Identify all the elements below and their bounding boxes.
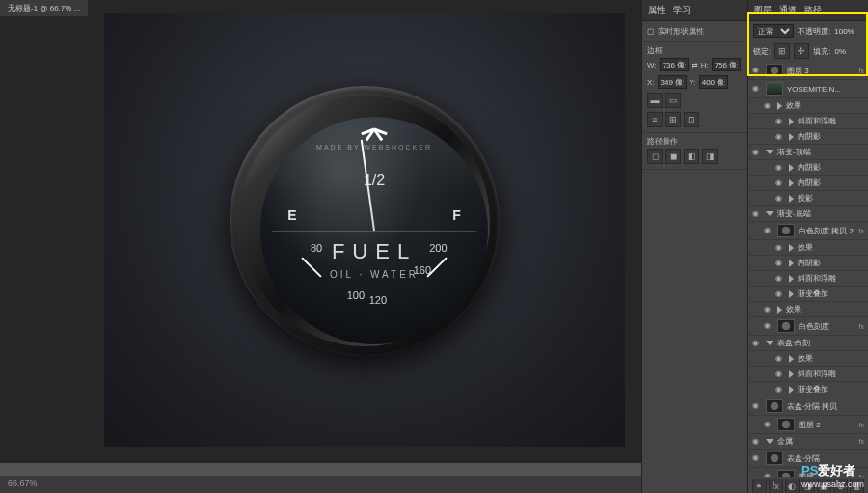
effect-arrow-icon <box>789 164 794 172</box>
layers-panel[interactable]: 图层 通道 路径 正常 不透明度: 100% 锁定: ⊞ ✢ 填充: 0% 图层… <box>747 0 868 493</box>
layer-item[interactable]: 内阴影 <box>748 176 868 191</box>
visibility-icon[interactable] <box>775 194 785 204</box>
folder-arrow-icon[interactable] <box>766 341 773 345</box>
layer-name: 表盘·白刻 <box>777 338 810 348</box>
align2-icon[interactable]: ⊞ <box>665 112 681 127</box>
layer-item[interactable]: 斜面和浮雕 <box>748 114 868 129</box>
tab-channels[interactable]: 通道 <box>779 4 797 16</box>
visibility-icon[interactable] <box>775 259 785 268</box>
tab-paths[interactable]: 路径 <box>804 4 822 16</box>
fx-badge[interactable]: fx <box>859 228 864 234</box>
canvas[interactable]: MADE BY WEBSHOCKER 1/2 E F FUEL OIL · WA… <box>104 13 625 447</box>
layer-item[interactable]: 白色刻度 拷贝 2fx <box>748 222 868 240</box>
visibility-icon[interactable] <box>775 178 785 188</box>
visibility-icon[interactable] <box>752 401 762 411</box>
visibility-icon[interactable] <box>775 354 785 364</box>
layer-item[interactable]: 金属fx <box>748 434 868 450</box>
visibility-icon[interactable] <box>764 420 773 429</box>
visibility-icon[interactable] <box>764 321 773 331</box>
right-panels: 属性 学习 ▢实时形状属性 边框 W:⇄H: X:Y: ▬▭ ≡⊞⊡ 路径操作 … <box>641 0 868 493</box>
layer-item[interactable]: 内阴影 <box>748 256 868 271</box>
layers-tabs[interactable]: 图层 通道 路径 <box>748 0 868 21</box>
visibility-icon[interactable] <box>764 226 773 235</box>
layer-item[interactable]: 图层 3fx <box>748 62 868 80</box>
width-input[interactable] <box>660 58 689 71</box>
fx-badge[interactable]: fx <box>859 68 864 74</box>
pathop2-icon[interactable]: ◼ <box>665 149 681 164</box>
fx-badge[interactable]: fx <box>859 323 864 330</box>
layer-item[interactable]: 图层 2fx <box>748 416 868 434</box>
layer-item[interactable]: 斜面和浮雕 <box>748 367 868 382</box>
pathop-label: 路径操作 <box>647 136 743 147</box>
visibility-icon[interactable] <box>775 243 785 253</box>
lock-pixels-icon[interactable]: ⊞ <box>774 43 790 59</box>
folder-arrow-icon[interactable] <box>766 211 773 216</box>
height-input[interactable] <box>712 58 741 71</box>
layer-item[interactable]: YOSEMITE N... <box>748 80 868 98</box>
layer-item[interactable]: 效果 <box>748 351 868 367</box>
layer-item[interactable]: 内阴影 <box>748 129 868 145</box>
visibility-icon[interactable] <box>775 274 785 284</box>
visibility-icon[interactable] <box>752 453 762 463</box>
visibility-icon[interactable] <box>775 163 785 173</box>
layer-item[interactable]: 斜面和浮雕 <box>748 271 868 287</box>
layer-item[interactable]: 投影 <box>748 191 868 206</box>
layer-item[interactable]: 效果 <box>748 98 868 114</box>
stroke-icon[interactable]: ▬ <box>647 93 663 108</box>
pathop1-icon[interactable]: ◻ <box>647 149 663 164</box>
pathop4-icon[interactable]: ◨ <box>702 149 718 164</box>
layer-item[interactable]: 渐变叠加 <box>748 287 868 302</box>
layer-item[interactable]: 效果 <box>748 302 868 317</box>
layer-name: 渐变-底端 <box>777 208 811 219</box>
layer-item[interactable]: 效果 <box>748 240 868 256</box>
layer-item[interactable]: 内阴影 <box>748 160 868 176</box>
align-icon[interactable]: ≡ <box>647 112 663 127</box>
layer-item[interactable]: 渐变-底端 <box>748 206 868 222</box>
visibility-icon[interactable] <box>764 305 773 315</box>
watermark-url: www.psahz.com <box>801 479 864 489</box>
visibility-icon[interactable] <box>752 148 762 157</box>
visibility-icon[interactable] <box>775 289 785 299</box>
blend-mode-select[interactable]: 正常 <box>753 24 794 38</box>
opacity-value[interactable]: 100% <box>834 27 854 36</box>
mask-icon[interactable]: ◐ <box>785 479 800 493</box>
tab-properties[interactable]: 属性 <box>648 4 665 16</box>
folder-arrow-icon[interactable] <box>766 439 773 444</box>
fx-badge[interactable]: fx <box>859 438 864 445</box>
visibility-icon[interactable] <box>775 117 785 126</box>
tab-layers[interactable]: 图层 <box>754 4 772 16</box>
properties-panel[interactable]: 属性 学习 ▢实时形状属性 边框 W:⇄H: X:Y: ▬▭ ≡⊞⊡ 路径操作 … <box>641 0 747 493</box>
visibility-icon[interactable] <box>752 437 762 447</box>
layer-item[interactable]: 白色刻度fx <box>748 317 868 336</box>
layer-name: 内阴影 <box>798 178 821 188</box>
document-tab[interactable]: 无标题-1 @ 66.7% ... <box>0 0 88 16</box>
fill-icon[interactable]: ▭ <box>665 93 681 108</box>
layer-item[interactable]: 表盘·分隔 拷贝 <box>748 397 868 416</box>
fx-badge[interactable]: fx <box>859 422 864 428</box>
x-input[interactable] <box>658 75 687 89</box>
visibility-icon[interactable] <box>752 209 762 219</box>
folder-arrow-icon[interactable] <box>766 150 773 154</box>
fx-icon[interactable]: fx <box>769 479 783 493</box>
visibility-icon[interactable] <box>775 370 785 379</box>
visibility-icon[interactable] <box>764 101 773 111</box>
visibility-icon[interactable] <box>764 472 773 477</box>
layer-item[interactable]: 渐变叠加 <box>748 382 868 397</box>
fill-value[interactable]: 0% <box>834 47 846 56</box>
pathop3-icon[interactable]: ◧ <box>684 149 699 164</box>
y-input[interactable] <box>699 75 728 89</box>
properties-tabs[interactable]: 属性 学习 <box>642 0 747 21</box>
align3-icon[interactable]: ⊡ <box>684 112 699 127</box>
lock-pos-icon[interactable]: ✢ <box>794 43 809 59</box>
layers-list[interactable]: 图层 3fxYOSEMITE N...效果斜面和浮雕内阴影渐变-顶端内阴影内阴影… <box>748 62 868 477</box>
visibility-icon[interactable] <box>775 132 785 142</box>
tab-learn[interactable]: 学习 <box>673 4 691 16</box>
layer-item[interactable]: 渐变-顶端 <box>748 145 868 160</box>
visibility-icon[interactable] <box>752 339 762 348</box>
layer-item[interactable]: 表盘·白刻 <box>748 336 868 351</box>
visibility-icon[interactable] <box>775 385 785 395</box>
link-icon[interactable]: ⚭ <box>752 479 767 493</box>
visibility-icon[interactable] <box>752 84 762 94</box>
visibility-icon[interactable] <box>752 66 762 75</box>
effect-arrow-icon <box>777 102 782 110</box>
